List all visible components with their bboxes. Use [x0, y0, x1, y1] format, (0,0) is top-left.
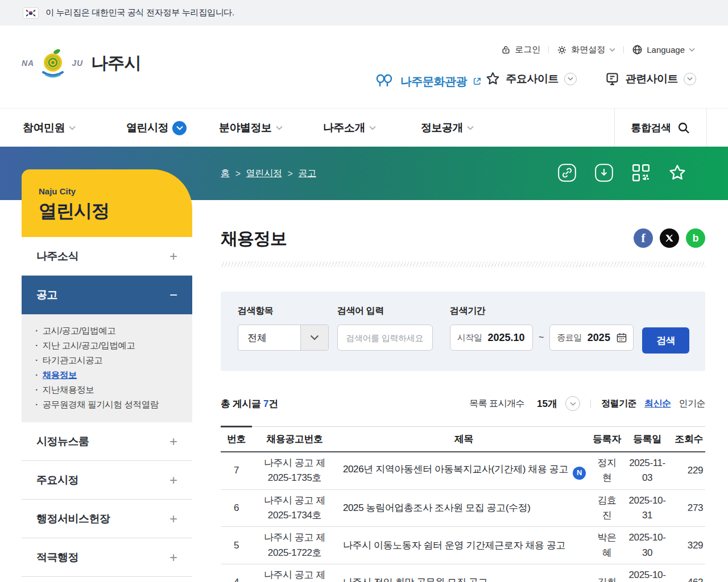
- search-keyword-input[interactable]: [337, 325, 433, 351]
- naju-city-recruitment-page: 이 누리집은 대한민국 공식 전자정부 누리집입니다. NA JU 나주시: [0, 0, 728, 582]
- culture-tourism-link[interactable]: 나주문화관광: [374, 72, 482, 90]
- submenu-label: 고시/공고/입법예고: [43, 323, 116, 338]
- row-title[interactable]: 2026년 지역아동센터 아동복지교사(기간제) 채용 공고N: [337, 459, 590, 483]
- external-link-icon: [473, 77, 482, 86]
- row-title-text: 2026년 지역아동센터 아동복지교사(기간제) 채용 공고: [343, 464, 568, 475]
- sidebar-item-notices[interactable]: 공고 −: [22, 276, 192, 314]
- login-link[interactable]: 로그인: [501, 44, 540, 55]
- chevron-down-icon: [689, 48, 695, 52]
- page-size-value[interactable]: 15개: [537, 397, 557, 410]
- row-author: 김효진: [590, 490, 623, 527]
- sidebar-item-label: 나주소식: [36, 249, 78, 264]
- submenu-label: 지난 고시/공고/입법예고: [43, 338, 135, 353]
- sort-label: 정렬기준: [601, 398, 636, 410]
- qr-code-icon[interactable]: [631, 163, 651, 183]
- plus-icon: +: [169, 472, 177, 488]
- breadcrumb-separator: >: [235, 169, 241, 179]
- submenu-item-other-agency-notices[interactable]: · 타기관고시공고: [35, 353, 179, 368]
- row-title-text: 나주시 이동노동자 쉼터 운영 기간제근로자 채용 공고: [343, 540, 565, 551]
- nav-item-about-naju[interactable]: 나주소개: [323, 109, 376, 147]
- list-info-bar: 총 게시글 7건 목록 표시개수 15개 정렬기준 최신순 인기순: [221, 395, 705, 412]
- download-icon[interactable]: [594, 163, 614, 183]
- nav-item-open-administration[interactable]: 열린시정: [126, 109, 187, 147]
- search-category-select[interactable]: 전체: [238, 325, 329, 351]
- gear-icon: [557, 45, 567, 55]
- page-tools: [557, 163, 687, 183]
- x-share-icon[interactable]: [660, 228, 679, 248]
- display-settings-menu[interactable]: 화면설정: [557, 44, 615, 55]
- korea-flag-icon: [23, 7, 39, 19]
- related-sites-label: 관련사이트: [626, 72, 679, 86]
- sidebar-item-proactive-admin[interactable]: 적극행정 +: [22, 538, 192, 577]
- submenu-item-past-notices[interactable]: · 지난 고시/공고/입법예고: [35, 338, 179, 353]
- start-date-value: 2025.10: [488, 332, 525, 344]
- sidebar-item-label: 시정뉴스룸: [36, 434, 89, 449]
- submenu-item-recruitment[interactable]: · 채용정보: [35, 368, 179, 383]
- submenu-label: 타기관고시공고: [43, 353, 103, 368]
- sort-newest-link[interactable]: 최신순: [644, 398, 671, 410]
- row-title[interactable]: 2025 농림어업총조사 조사원 모집 공고(수정): [337, 497, 590, 519]
- sidebar-item-label: 행정서비스헌장: [36, 512, 110, 526]
- major-sites-label: 주요사이트: [506, 72, 559, 86]
- search-category-group: 검색항목 전체: [238, 305, 329, 371]
- end-date-label: 종료일: [557, 332, 582, 343]
- sidebar-item-service-charter[interactable]: 행정서비스헌장 +: [22, 500, 192, 538]
- login-label: 로그인: [515, 44, 540, 55]
- language-menu[interactable]: Language: [632, 44, 695, 55]
- date-range-separator: ~: [539, 332, 544, 343]
- integrated-search-label: 통합검색: [631, 121, 671, 135]
- divider: [623, 46, 624, 53]
- total-posts-unit: 건: [268, 398, 278, 409]
- row-author: 정지현: [590, 452, 623, 489]
- row-author-text: 김희: [597, 575, 616, 582]
- end-date-input[interactable]: 종료일 2025: [549, 325, 634, 351]
- search-category-label: 검색항목: [238, 305, 329, 317]
- related-sites-menu[interactable]: 관련사이트: [605, 71, 697, 86]
- nav-item-info-disclosure[interactable]: 정보공개: [421, 109, 474, 147]
- row-title[interactable]: 나주시 전입 희망 공무원 모집 공고: [337, 572, 590, 582]
- major-sites-menu[interactable]: 주요사이트: [485, 71, 577, 86]
- page-size-dropdown-icon[interactable]: [565, 396, 580, 411]
- nav-item-civil[interactable]: 참여민원: [23, 109, 76, 147]
- sidebar-item-naju-news[interactable]: 나주소식 +: [22, 237, 192, 276]
- sidebar-item-label: 공고: [36, 288, 57, 302]
- chevron-down-icon: [369, 126, 376, 130]
- band-share-icon[interactable]: b: [686, 228, 705, 248]
- nav-item-sector-info[interactable]: 분야별정보: [219, 109, 283, 147]
- chevron-down-icon: [467, 126, 474, 130]
- search-submit-button[interactable]: 검색: [642, 327, 689, 354]
- integrated-search-button[interactable]: 통합검색: [614, 109, 707, 147]
- breadcrumb-section-link[interactable]: 열린시정: [246, 168, 282, 180]
- facebook-share-icon[interactable]: f: [634, 228, 653, 248]
- sort-popular-link[interactable]: 인기순: [679, 398, 706, 410]
- sidebar-item-major-policies[interactable]: 주요시정 +: [22, 461, 192, 500]
- row-title[interactable]: 나주시 이동노동자 쉼터 운영 기간제근로자 채용 공고: [337, 535, 590, 556]
- sidebar-item-newsroom[interactable]: 시정뉴스룸 +: [22, 422, 192, 461]
- search-period-group: 검색기간 시작일 2025.10 ~ 종료일 2025: [450, 305, 634, 371]
- row-author: 김희: [590, 572, 623, 582]
- expand-circle-icon: [564, 73, 577, 85]
- table-row[interactable]: 6 나주시 공고 제 2025-1734호 2025 농림어업총조사 조사원 모…: [221, 490, 705, 527]
- row-notice-number: 나주시 공고 제 2025-1734호: [252, 490, 337, 527]
- col-notice-number: 채용공고번호: [252, 433, 337, 446]
- breadcrumb-separator: >: [288, 169, 293, 179]
- start-date-input[interactable]: 시작일 2025.10: [450, 325, 533, 351]
- favorite-star-icon[interactable]: [668, 163, 687, 182]
- search-keyword-label: 검색어 입력: [337, 305, 433, 317]
- plus-icon: +: [169, 248, 177, 264]
- chevron-down-icon: [69, 126, 76, 130]
- row-date: 2025-10-31: [623, 490, 671, 527]
- total-posts-label: 총 게시글: [221, 398, 261, 409]
- submenu-item-past-recruitment[interactable]: · 지난채용정보: [35, 383, 179, 397]
- breadcrumb-home-link[interactable]: 홈: [221, 168, 230, 180]
- copy-link-icon[interactable]: [557, 163, 577, 183]
- submenu-item-exam-scores[interactable]: · 공무원경채 필기시험 성적열람: [35, 397, 179, 412]
- table-row[interactable]: 7 나주시 공고 제 2025-1735호 2026년 지역아동센터 아동복지교…: [221, 452, 705, 490]
- table-row[interactable]: 5 나주시 공고 제 2025-1722호 나주시 이동노동자 쉼터 운영 기간…: [221, 527, 705, 564]
- nav-label: 정보공개: [421, 120, 463, 135]
- table-row[interactable]: 4 나주시 공고 제 2025-1730호 나주시 전입 희망 공무원 모집 공…: [221, 564, 705, 582]
- breadcrumb-page-link[interactable]: 공고: [299, 168, 316, 180]
- submenu-item-notices[interactable]: · 고시/공고/입법예고: [35, 323, 179, 338]
- logo-ju-text: JU: [72, 59, 83, 68]
- row-author-text: 박은혜: [594, 530, 619, 560]
